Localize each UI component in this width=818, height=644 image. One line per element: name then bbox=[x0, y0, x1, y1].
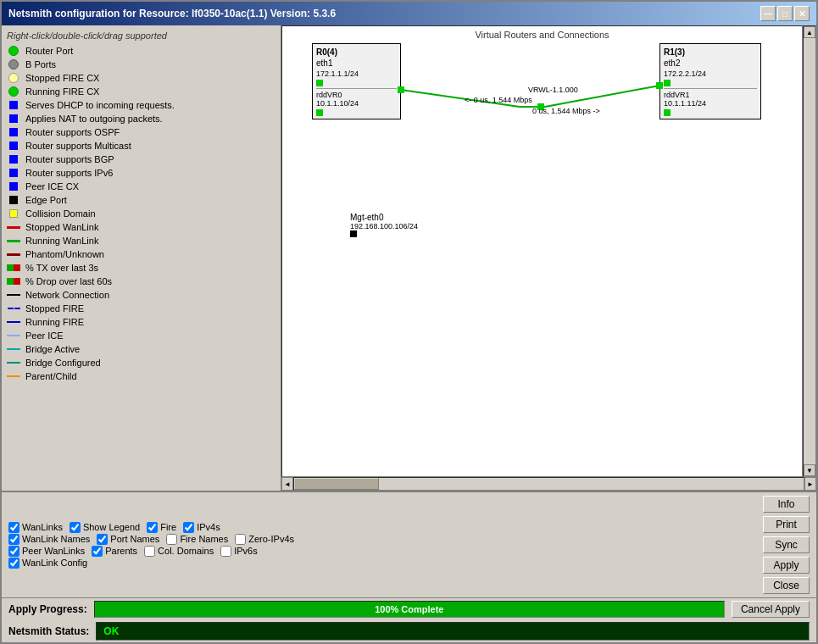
legend-label-peer-ice-cx: Peer ICE CX bbox=[25, 181, 79, 192]
action-buttons: Info Print Sync Apply Close bbox=[763, 496, 810, 594]
main-window: Netsmith configuration for Resource: lf0… bbox=[0, 0, 818, 644]
scroll-up-button[interactable]: ▲ bbox=[804, 26, 815, 38]
legend-label-parent-child: Parent/Child bbox=[25, 371, 77, 381]
checkbox-parents[interactable]: Parents bbox=[92, 546, 137, 557]
legend-item-phantom-unknown: Phantom/Unknown bbox=[7, 247, 275, 261]
mgt-port-ip: 192.168.100.106/24 bbox=[350, 222, 418, 230]
netsmith-status-label: Netsmith Status: bbox=[8, 625, 89, 637]
wanlink-stats-left: <- 0 us, 1.544 Mbps bbox=[465, 96, 532, 104]
router-r1[interactable]: R1(3) eth2 172.2.2.1/24 rddVR1 10.1.1.11… bbox=[659, 43, 761, 119]
r1-vr-ip: 10.1.1.11/24 bbox=[664, 99, 757, 108]
progress-bar-text: 100% Complete bbox=[375, 604, 443, 614]
apply-progress-row: Apply Progress: 100% Complete Cancel App… bbox=[2, 598, 816, 620]
legend-item-collision-domain: Collision Domain bbox=[7, 207, 275, 220]
wanlinks-label: WanLinks bbox=[22, 522, 63, 532]
maximize-button[interactable]: □ bbox=[777, 6, 793, 21]
scroll-right-button[interactable]: ► bbox=[804, 477, 816, 491]
bridge-active-icon bbox=[7, 343, 20, 355]
checkbox-peer-wanlinks[interactable]: Peer WanLinks bbox=[8, 546, 85, 557]
legend-item-router-ipv6: Router supports IPv6 bbox=[7, 166, 275, 180]
wanlink-stats-right: 0 us, 1.544 Mbps -> bbox=[532, 107, 600, 115]
scroll-track-h bbox=[293, 477, 804, 491]
r1-vr-area: rddVR1 10.1.1.11/24 bbox=[664, 88, 757, 116]
legend-item-running-wanlink: Running WanLink bbox=[7, 234, 275, 247]
router-ospf-icon bbox=[7, 126, 20, 138]
parents-label: Parents bbox=[105, 546, 137, 556]
legend-item-router-multicast: Router supports Multicast bbox=[7, 139, 275, 153]
checkbox-wanlink-config[interactable]: WanLink Config bbox=[8, 558, 87, 569]
fire-label: Fire bbox=[160, 522, 176, 532]
legend-item-network-connection: Network Connection bbox=[7, 288, 275, 302]
stopped-wanlink-icon bbox=[7, 221, 20, 233]
checkbox-wanlinks[interactable]: WanLinks bbox=[8, 522, 63, 533]
checkboxes-row1: WanLinks Show Legend Fire IPv4s bbox=[8, 522, 753, 533]
main-content: Right-click/double-click/drag supported … bbox=[2, 25, 816, 491]
checkbox-ipv6s[interactable]: IPv6s bbox=[220, 546, 258, 557]
r0-vr-name: rddVR0 bbox=[316, 91, 397, 99]
checkbox-wanlink-names[interactable]: WanLink Names bbox=[8, 534, 90, 545]
fire-names-label: Fire Names bbox=[180, 534, 228, 544]
mgt-port[interactable]: Mgt-eth0 192.168.100.106/24 bbox=[350, 213, 418, 237]
r0-eth1-label: eth1 bbox=[316, 58, 332, 68]
print-button[interactable]: Print bbox=[763, 516, 810, 533]
horizontal-scrollbar-area: ◄ ► bbox=[281, 477, 816, 491]
legend-label-router-port: Router Port bbox=[25, 46, 73, 56]
legend-label-bridge-active: Bridge Active bbox=[25, 344, 80, 354]
scroll-left-button[interactable]: ◄ bbox=[281, 477, 293, 491]
peer-ice-cx-icon bbox=[7, 180, 20, 192]
r1-green-sq bbox=[664, 80, 757, 86]
scroll-track-v bbox=[804, 38, 815, 464]
port-names-label: Port Names bbox=[110, 534, 159, 544]
scroll-down-button[interactable]: ▼ bbox=[804, 464, 815, 476]
checkbox-ipv4s[interactable]: IPv4s bbox=[183, 522, 220, 533]
pct-tx-icon bbox=[7, 262, 20, 274]
applies-nat-icon bbox=[7, 113, 20, 125]
checkbox-zero-ipv4s[interactable]: Zero-IPv4s bbox=[235, 534, 294, 545]
close-button-main[interactable]: Close bbox=[763, 577, 810, 594]
canvas-and-vscroll: Virtual Routers and Connections R0(4) et… bbox=[281, 25, 816, 477]
checkbox-fire-names[interactable]: Fire Names bbox=[166, 534, 228, 545]
close-button[interactable]: ✕ bbox=[794, 6, 810, 21]
apply-main-button[interactable]: Apply bbox=[763, 557, 810, 574]
legend-label-router-ospf: Router supports OSPF bbox=[25, 127, 120, 137]
checkboxes-area: WanLinks Show Legend Fire IPv4s WanLink … bbox=[8, 522, 753, 569]
running-fire-cx-icon bbox=[7, 86, 20, 97]
stopped-fire-icon bbox=[7, 303, 20, 314]
router-r0[interactable]: R0(4) eth1 172.1.1.1/24 rddVR0 10.1.1.10… bbox=[312, 43, 401, 119]
collision-domain-icon bbox=[7, 208, 20, 219]
legend-label-router-multicast: Router supports Multicast bbox=[25, 141, 131, 151]
cancel-apply-button[interactable]: Cancel Apply bbox=[732, 601, 810, 618]
canvas-area[interactable]: Virtual Routers and Connections R0(4) et… bbox=[281, 25, 803, 477]
vertical-scrollbar[interactable]: ▲ ▼ bbox=[803, 25, 816, 477]
netsmith-status-row: Netsmith Status: OK bbox=[2, 620, 816, 642]
canvas-wrapper: Virtual Routers and Connections R0(4) et… bbox=[281, 25, 816, 491]
sync-button[interactable]: Sync bbox=[763, 536, 810, 553]
scroll-thumb-h[interactable] bbox=[294, 478, 379, 490]
minimize-button[interactable]: — bbox=[760, 6, 776, 21]
r1-eth2-ip: 172.2.2.1/24 bbox=[664, 69, 757, 78]
legend-label-running-fire-cx: Running FIRE CX bbox=[25, 86, 99, 97]
legend-label-stopped-fire: Stopped FIRE bbox=[25, 303, 84, 314]
stopped-fire-cx-icon bbox=[7, 72, 20, 84]
bottom-bar: WanLinks Show Legend Fire IPv4s WanLink … bbox=[2, 491, 816, 642]
router-ipv6-icon bbox=[7, 167, 20, 179]
checkboxes-row3: Peer WanLinks Parents Col. Domains IPv6s bbox=[8, 546, 753, 557]
checkboxes-row2: WanLink Names Port Names Fire Names Zero… bbox=[8, 534, 753, 545]
legend-item-bridge-active: Bridge Active bbox=[7, 342, 275, 356]
checkbox-col-domains[interactable]: Col. Domains bbox=[144, 546, 214, 557]
info-button[interactable]: Info bbox=[763, 496, 810, 513]
apply-progress-bar: 100% Complete bbox=[94, 601, 725, 618]
legend-item-pct-drop: % Drop over last 60s bbox=[7, 275, 275, 288]
legend-label-applies-nat: Applies NAT to outgoing packets. bbox=[25, 114, 163, 124]
legend-item-peer-ice: Peer ICE bbox=[7, 329, 275, 342]
legend-label-phantom-unknown: Phantom/Unknown bbox=[25, 249, 104, 259]
col-domains-label: Col. Domains bbox=[158, 546, 214, 556]
legend-item-router-port: Router Port bbox=[7, 44, 275, 58]
legend-item-b-ports: B Ports bbox=[7, 58, 275, 71]
b-ports-icon bbox=[7, 58, 20, 70]
checkbox-port-names[interactable]: Port Names bbox=[97, 534, 159, 545]
checkbox-fire[interactable]: Fire bbox=[147, 522, 176, 533]
legend-item-bridge-configured: Bridge Configured bbox=[7, 356, 275, 369]
checkbox-show-legend[interactable]: Show Legend bbox=[70, 522, 140, 533]
title-bar-buttons: — □ ✕ bbox=[760, 6, 810, 21]
